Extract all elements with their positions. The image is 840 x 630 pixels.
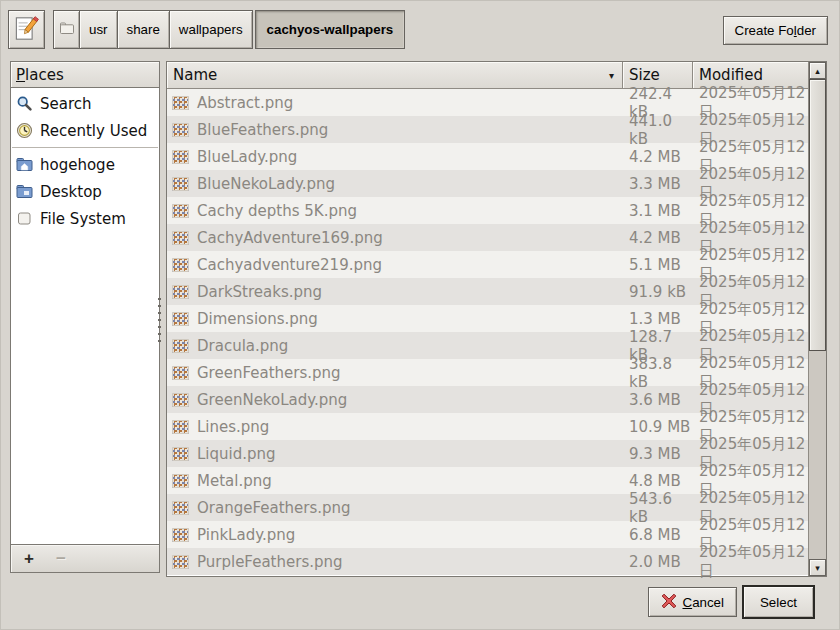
add-bookmark-button[interactable]: + (15, 548, 43, 570)
image-file-icon (172, 150, 189, 164)
file-size: 6.8 MB (623, 526, 693, 544)
table-row[interactable]: PurpleFeathers.png 2.0 MB 2025年05月12日 (167, 548, 810, 575)
pencil-edit-icon (14, 15, 39, 45)
file-name: PurpleFeathers.png (197, 553, 343, 571)
image-file-icon (172, 204, 189, 218)
file-size: 91.9 kB (623, 283, 693, 301)
file-size: 441.0 kB (623, 112, 693, 148)
sidebar-item-search[interactable]: Search (11, 90, 159, 117)
image-file-icon (172, 474, 189, 488)
column-header-modified-label: Modified (699, 66, 763, 84)
sidebar-item-label: Desktop (40, 183, 102, 201)
file-name-cell: Dimensions.png (167, 310, 623, 328)
file-name-cell: PurpleFeathers.png (167, 553, 623, 571)
image-file-icon (172, 528, 189, 542)
file-size: 4.2 MB (623, 148, 693, 166)
image-file-icon (172, 177, 189, 191)
file-name-cell: Metal.png (167, 472, 623, 490)
file-name: BlueLady.png (197, 148, 297, 166)
file-name: Lines.png (197, 418, 269, 436)
path-root-button[interactable] (53, 10, 80, 49)
sidebar-item-home[interactable]: hogehoge (11, 151, 159, 178)
places-label: laces (25, 66, 64, 84)
folder-icon (59, 21, 75, 38)
file-name-cell: Cachyadventure219.png (167, 256, 623, 274)
file-name-cell: Lines.png (167, 418, 623, 436)
file-name: Dimensions.png (197, 310, 318, 328)
pane-resize-grip[interactable] (157, 298, 163, 346)
drive-icon (15, 211, 33, 226)
file-name-cell: PinkLady.png (167, 526, 623, 544)
search-icon (15, 95, 33, 112)
sidebar-item-label: hogehoge (40, 156, 115, 174)
file-name: Metal.png (197, 472, 272, 490)
red-x-icon (661, 593, 677, 612)
file-modified: 2025年05月12日 (693, 543, 810, 581)
column-header-name-label: Name (173, 66, 217, 84)
sidebar-item-desktop[interactable]: Desktop (11, 178, 159, 205)
file-size: 10.9 MB (623, 418, 693, 436)
file-name-cell: Abstract.png (167, 94, 623, 112)
path-button-usr[interactable]: usr (79, 10, 118, 49)
file-list-panel: Name ▾ Size Modified Abstract.png 242.4 … (166, 61, 827, 577)
vertical-scrollbar[interactable]: ▴ ▾ (808, 62, 826, 576)
file-name-cell: CachyAdventure169.png (167, 229, 623, 247)
sidebar-item-label: Recently Used (40, 122, 147, 140)
file-name-cell: Liquid.png (167, 445, 623, 463)
select-button[interactable]: Select (742, 585, 815, 619)
file-size: 5.1 MB (623, 256, 693, 274)
image-file-icon (172, 285, 189, 299)
file-size: 2.0 MB (623, 553, 693, 571)
file-name: CachyAdventure169.png (197, 229, 383, 247)
desktop-folder-icon (15, 184, 33, 199)
type-location-toggle-button[interactable] (8, 10, 45, 49)
places-column-header[interactable]: Places (10, 61, 160, 88)
scroll-down-arrow-icon[interactable]: ▾ (809, 559, 826, 576)
file-name: Liquid.png (197, 445, 276, 463)
file-name: BlueFeathers.png (197, 121, 328, 139)
sidebar-separator (12, 147, 158, 148)
file-name-cell: BlueFeathers.png (167, 121, 623, 139)
sidebar-item-label: Search (40, 95, 92, 113)
cancel-mnemonic: C (682, 595, 692, 610)
file-name: OrangeFeathers.png (197, 499, 351, 517)
file-size: 9.3 MB (623, 445, 693, 463)
cancel-label: ancel (692, 595, 724, 610)
sidebar-item-label: File System (40, 210, 126, 228)
file-name-cell: GreenNekoLady.png (167, 391, 623, 409)
file-name-cell: GreenFeathers.png (167, 364, 623, 382)
file-name: DarkStreaks.png (197, 283, 322, 301)
image-file-icon (172, 231, 189, 245)
file-name: BlueNekoLady.png (197, 175, 335, 193)
create-folder-label-post: der (797, 23, 816, 38)
file-name-cell: DarkStreaks.png (167, 283, 623, 301)
clock-icon (15, 122, 33, 139)
image-file-icon (172, 366, 189, 380)
column-header-size-label: Size (629, 66, 660, 84)
path-button-share[interactable]: share (117, 10, 170, 49)
create-folder-button[interactable]: Create Folder (723, 16, 829, 45)
image-file-icon (172, 420, 189, 434)
path-button-cachyos-wallpapers[interactable]: cachyos-wallpapers (255, 10, 406, 49)
home-folder-icon (15, 157, 33, 172)
cancel-button[interactable]: Cancel (648, 587, 737, 617)
places-list: Search Recently Used h (10, 88, 160, 545)
path-bar: usr share wallpapers cachyos-wallpapers (53, 10, 404, 49)
scrollbar-thumb[interactable] (809, 79, 826, 351)
path-button-wallpapers[interactable]: wallpapers (169, 10, 253, 49)
file-name: Cachyadventure219.png (197, 256, 382, 274)
image-file-icon (172, 96, 189, 110)
image-file-icon (172, 312, 189, 326)
scroll-up-arrow-icon[interactable]: ▴ (809, 62, 826, 79)
file-size: 4.2 MB (623, 229, 693, 247)
file-name: Cachy depths 5K.png (197, 202, 357, 220)
file-name-cell: OrangeFeathers.png (167, 499, 623, 517)
column-header-name[interactable]: Name ▾ (167, 62, 623, 89)
file-size: 4.8 MB (623, 472, 693, 490)
sidebar-item-recently-used[interactable]: Recently Used (11, 117, 159, 144)
image-file-icon (172, 339, 189, 353)
image-file-icon (172, 258, 189, 272)
file-size: 383.8 kB (623, 355, 693, 391)
remove-bookmark-button: − (47, 548, 75, 570)
sidebar-item-file-system[interactable]: File System (11, 205, 159, 232)
